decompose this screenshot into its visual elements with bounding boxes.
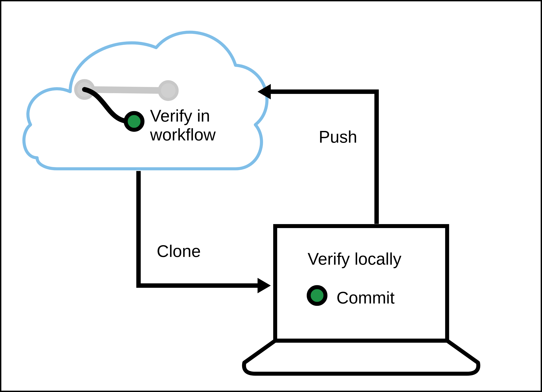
svg-line-0 <box>85 89 168 91</box>
laptop-label-commit: Commit <box>336 288 395 308</box>
svg-point-3 <box>126 113 142 130</box>
diagram-svg <box>1 1 541 391</box>
cloud-label-line1: Verify in <box>150 106 210 126</box>
push-arrow-icon <box>257 84 376 222</box>
svg-point-2 <box>159 82 177 99</box>
laptop-label-verify: Verify locally <box>308 249 401 269</box>
clone-label: Clone <box>157 241 201 261</box>
svg-rect-4 <box>275 226 447 341</box>
commit-dot-icon <box>309 287 325 304</box>
cloud-label-line2: workflow <box>150 124 216 145</box>
svg-marker-5 <box>257 278 271 293</box>
push-label: Push <box>319 127 357 147</box>
cloud-icon <box>24 32 267 169</box>
clone-arrow-icon <box>139 173 271 293</box>
diagram-canvas: Verify in workflow Clone Push Verify loc… <box>0 0 542 392</box>
